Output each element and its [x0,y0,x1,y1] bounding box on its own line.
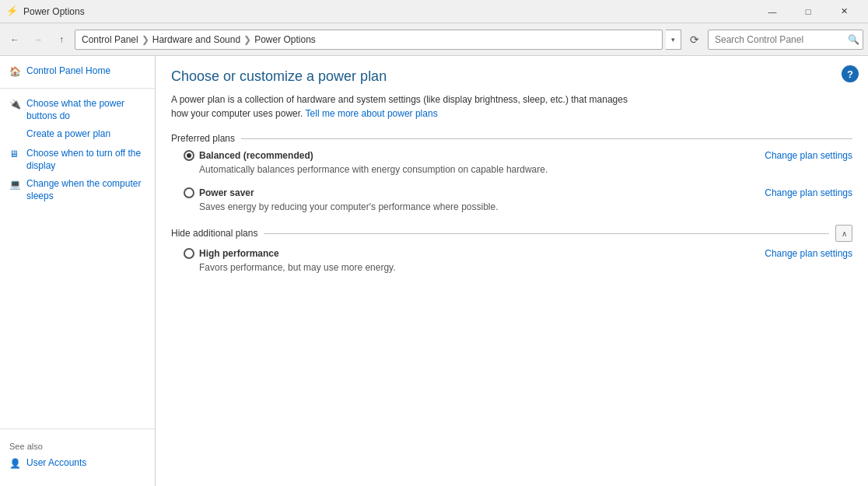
sidebar-bottom: See also 👤 User Accounts [0,416,155,480]
power-icon: 🔌 [9,99,22,111]
sidebar-item-turn-off-display[interactable]: 🖥 Choose when to turn off the display [0,145,155,175]
forward-button[interactable]: → [28,30,48,50]
power-saver-plan-desc: Saves energy by reducing your computer's… [184,201,852,212]
additional-section-line [264,233,829,234]
sidebar-create-plan-label: Create a power plan [26,128,110,141]
high-performance-plan-name: High performance [199,248,279,259]
create-plan-icon: · [9,129,22,142]
sidebar-home-label: Control Panel Home [26,65,110,78]
balanced-plan-name-row: Balanced (recommended) [184,150,313,161]
collapse-button[interactable]: ∧ [835,225,852,242]
power-saver-plan-row: Power saver Change plan settings [184,187,852,198]
sidebar-item-user-accounts[interactable]: 👤 User Accounts [0,454,155,474]
main-layout: 🏠 Control Panel Home 🔌 Choose what the p… [0,56,868,486]
sleep-icon: 💻 [9,179,22,191]
sidebar-divider-2 [0,428,155,429]
breadcrumb-sep-2: ❯ [243,34,251,45]
additional-plans-section: Hide additional plans ∧ High performance… [171,225,852,273]
sidebar-turn-off-display-label: Choose when to turn off the display [26,148,145,172]
power-saver-plan-name-row: Power saver [184,187,254,198]
sidebar-item-power-buttons[interactable]: 🔌 Choose what the power buttons do [0,95,155,125]
sidebar-divider-1 [0,88,155,89]
back-button[interactable]: ← [5,30,25,50]
title-bar: ⚡ Power Options — □ ✕ [0,0,868,23]
breadcrumb-current: Power Options [254,34,316,45]
content-area: ? Choose or customize a power plan A pow… [156,56,868,486]
balanced-plan-name: Balanced (recommended) [199,150,313,161]
power-saver-change-link[interactable]: Change plan settings [765,187,852,198]
window-icon: ⚡ [6,5,19,18]
preferred-section-line [241,138,852,139]
high-performance-plan-row: High performance Change plan settings [184,248,852,259]
high-performance-change-link[interactable]: Change plan settings [765,248,852,259]
high-performance-plan: High performance Change plan settings Fa… [171,248,852,273]
additional-section-header: Hide additional plans ∧ [171,225,852,242]
page-title: Choose or customize a power plan [171,68,852,85]
power-saver-plan-name: Power saver [199,187,254,198]
sidebar-item-sleep[interactable]: 💻 Change when the computer sleeps [0,175,155,205]
breadcrumb-hardware-sound[interactable]: Hardware and Sound [152,34,240,45]
sidebar-power-buttons-label: Choose what the power buttons do [26,98,145,122]
preferred-plans-section: Preferred plans Balanced (recommended) C… [171,133,852,212]
sidebar: 🏠 Control Panel Home 🔌 Choose what the p… [0,56,156,486]
user-accounts-icon: 👤 [9,458,22,470]
refresh-button[interactable]: ⟳ [684,30,705,50]
sidebar-user-accounts-label: User Accounts [26,457,86,470]
balanced-plan: Balanced (recommended) Change plan setti… [171,150,852,175]
search-wrapper: 🔍 [708,30,863,50]
breadcrumb-sep-1: ❯ [142,34,149,45]
page-description: A power plan is a collection of hardware… [171,93,630,121]
additional-section-label: Hide additional plans [171,228,257,239]
display-icon: 🖥 [9,149,22,161]
high-performance-plan-name-row: High performance [184,248,279,259]
up-button[interactable]: ↑ [51,30,72,50]
balanced-change-link[interactable]: Change plan settings [765,150,852,161]
preferred-section-header: Preferred plans [171,133,852,144]
address-breadcrumb: Control Panel ❯ Hardware and Sound ❯ Pow… [75,30,663,50]
search-button[interactable]: 🔍 [845,31,862,48]
minimize-button[interactable]: — [754,0,790,23]
preferred-section-label: Preferred plans [171,133,235,144]
see-also-label: See also [0,435,155,454]
sidebar-sleep-label: Change when the computer sleeps [26,178,145,202]
balanced-plan-desc: Automatically balances performance with … [184,164,852,175]
balanced-radio[interactable] [184,150,194,161]
high-performance-plan-desc: Favors performance, but may use more ene… [184,262,852,273]
address-dropdown-button[interactable]: ▾ [666,30,681,50]
power-saver-radio[interactable] [184,187,194,198]
help-button[interactable]: ? [842,65,859,82]
breadcrumb-control-panel[interactable]: Control Panel [82,34,138,45]
home-icon: 🏠 [9,66,22,79]
power-plans-link[interactable]: Tell me more about power plans [306,108,438,119]
address-bar: ← → ↑ Control Panel ❯ Hardware and Sound… [0,23,868,56]
close-button[interactable]: ✕ [826,0,862,23]
maximize-button[interactable]: □ [790,0,826,23]
sidebar-item-create-plan[interactable]: · Create a power plan [0,125,155,145]
search-input[interactable] [708,30,863,50]
power-saver-plan: Power saver Change plan settings Saves e… [171,187,852,212]
balanced-plan-row: Balanced (recommended) Change plan setti… [184,150,852,161]
high-performance-radio[interactable] [184,248,194,259]
window-title: Power Options [23,6,754,17]
window-controls: — □ ✕ [754,0,862,23]
sidebar-item-home[interactable]: 🏠 Control Panel Home [0,62,155,82]
